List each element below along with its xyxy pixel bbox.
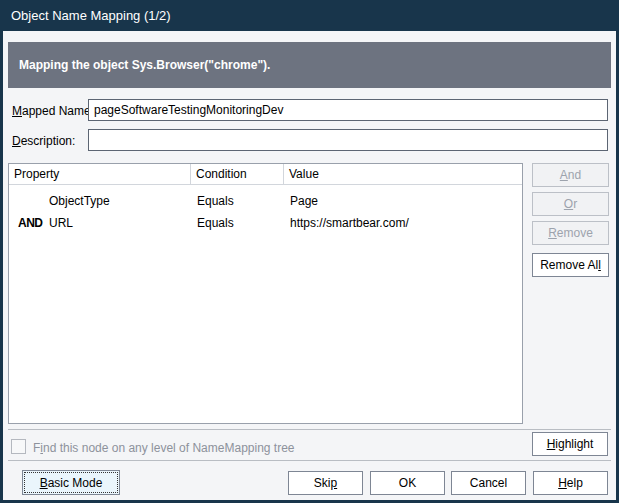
- criteria-table: Property Condition Value ObjectType Equa…: [8, 163, 523, 424]
- highlight-button[interactable]: Highlight: [532, 432, 608, 456]
- remove-button[interactable]: Remove: [532, 221, 609, 245]
- mapped-name-label: Mapped Name:: [12, 104, 94, 118]
- table-row[interactable]: ObjectType Equals Page: [9, 190, 522, 212]
- row-value: https://smartbear.com/: [284, 216, 522, 230]
- banner-text: Mapping the object Sys.Browser("chrome")…: [19, 58, 270, 72]
- find-node-checkbox[interactable]: [11, 439, 26, 454]
- column-header-property[interactable]: Property: [9, 164, 191, 184]
- help-button[interactable]: Help: [533, 471, 608, 495]
- skip-button[interactable]: Skip: [288, 471, 363, 495]
- mapping-banner: Mapping the object Sys.Browser("chrome")…: [8, 42, 611, 88]
- description-label: Description:: [12, 134, 75, 148]
- row-operator: AND: [9, 216, 49, 230]
- or-button[interactable]: Or: [532, 192, 609, 216]
- separator: [8, 460, 611, 461]
- ok-button[interactable]: OK: [370, 471, 445, 495]
- and-button[interactable]: And: [532, 163, 609, 187]
- cancel-button[interactable]: Cancel: [451, 471, 526, 495]
- basic-mode-button[interactable]: Basic Mode: [22, 470, 120, 495]
- separator: [8, 429, 611, 430]
- row-condition: Equals: [191, 194, 284, 208]
- titlebar[interactable]: Object Name Mapping (1/2): [0, 0, 619, 31]
- row-condition: Equals: [191, 216, 284, 230]
- object-name-mapping-dialog: Object Name Mapping (1/2) Mapping the ob…: [0, 0, 619, 503]
- column-header-value[interactable]: Value: [284, 164, 522, 184]
- mapped-name-input[interactable]: [88, 99, 608, 121]
- find-node-checkbox-label[interactable]: Find this node on any level of NameMappi…: [33, 441, 295, 455]
- window-title: Object Name Mapping (1/2): [0, 8, 171, 23]
- remove-all-button[interactable]: Remove All: [532, 253, 609, 277]
- criteria-table-header: Property Condition Value: [9, 164, 522, 185]
- description-input[interactable]: [88, 129, 608, 151]
- row-property: URL: [49, 216, 191, 230]
- table-row[interactable]: AND URL Equals https://smartbear.com/: [9, 212, 522, 234]
- row-property: ObjectType: [49, 194, 191, 208]
- row-value: Page: [284, 194, 522, 208]
- column-header-condition[interactable]: Condition: [191, 164, 284, 184]
